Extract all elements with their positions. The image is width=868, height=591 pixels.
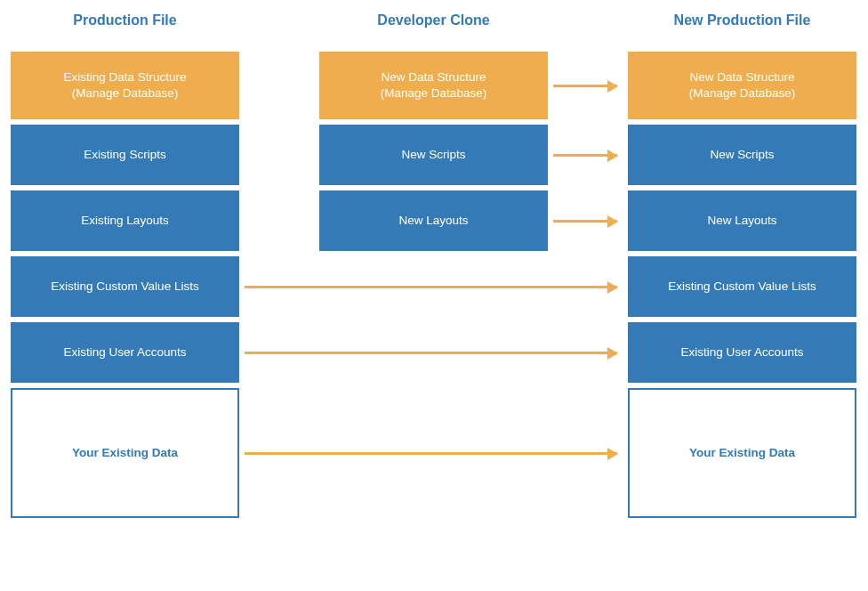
text-line: Existing User Accounts [63,344,186,360]
box-new-cvl: Existing Custom Value Lists [628,256,856,317]
box-new-structure: New Data Structure (Manage Database) [628,52,856,119]
arrow-icon [245,286,617,288]
box-new-layouts: New Layouts [628,190,856,251]
text-line: New Scripts [710,147,774,163]
box-prod-data: Your Existing Data [11,388,239,518]
text-line: Existing Scripts [84,147,165,163]
arrow-icon [245,352,617,354]
box-prod-structure: Existing Data Structure (Manage Database… [11,52,239,119]
text-line: (Manage Database) [381,86,486,100]
box-clone-layouts: New Layouts [319,190,548,251]
arrow-icon [553,154,617,157]
text-line: Existing Custom Value Lists [51,279,198,295]
column-clone: New Data Structure (Manage Database) New… [319,52,548,256]
column-headers: Production File Developer Clone New Prod… [11,7,857,34]
text-line: (Manage Database) [72,86,178,100]
text-line: Your Existing Data [689,445,795,461]
text-line: New Data Structure [382,70,486,84]
box-clone-structure: New Data Structure (Manage Database) [319,52,548,119]
box-new-data: Your Existing Data [628,388,856,518]
text-line: New Data Structure [690,70,795,84]
header-production: Production File [11,7,239,34]
box-prod-accounts: Existing User Accounts [11,322,239,383]
column-production: Existing Data Structure (Manage Database… [11,52,239,523]
text-line: Existing Custom Value Lists [668,279,816,295]
text-line: Existing Layouts [81,213,168,229]
box-new-accounts: Existing User Accounts [628,322,856,383]
header-newprod: New Production File [628,7,856,34]
box-prod-layouts: Existing Layouts [11,190,239,251]
text-line: Existing User Accounts [680,344,803,360]
text-line: New Layouts [707,213,776,229]
box-new-scripts: New Scripts [628,125,856,185]
text-line: New Layouts [398,213,468,229]
text-line: Existing Data Structure [63,70,186,84]
text-line: (Manage Database) [689,86,795,100]
box-clone-scripts: New Scripts [319,125,548,185]
column-newprod: New Data Structure (Manage Database) New… [628,52,856,523]
box-prod-scripts: Existing Scripts [11,125,239,185]
arrow-icon [553,220,617,223]
arrow-icon [553,85,617,87]
text-line: New Scripts [401,147,465,163]
text-line: Your Existing Data [72,445,178,461]
arrow-icon [245,452,617,455]
box-prod-cvl: Existing Custom Value Lists [11,256,239,317]
header-clone: Developer Clone [319,7,548,34]
